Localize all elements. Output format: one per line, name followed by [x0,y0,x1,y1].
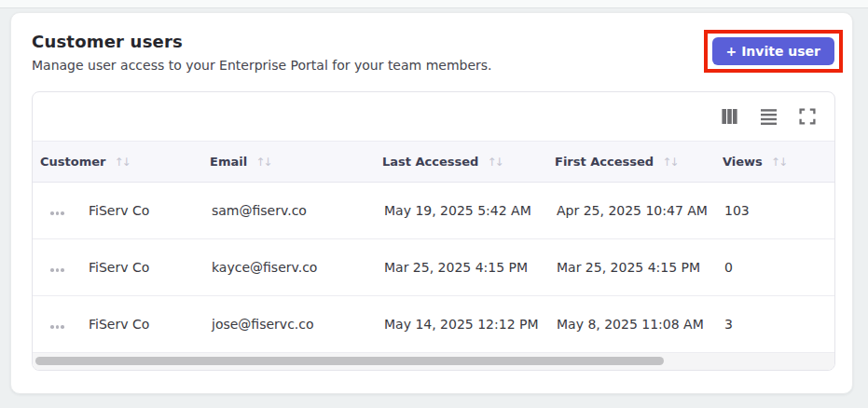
page-subtitle: Manage user access to your Enterprise Po… [32,58,492,73]
cell-customer: FiServ Co [33,317,202,332]
cell-last-accessed: May 19, 2025 5:42 AM [375,203,547,218]
column-label: Views [723,155,763,169]
fullscreen-icon [799,108,816,125]
column-label: Last Accessed [382,155,478,169]
cell-email: kayce@fiserv.co [202,260,375,275]
sort-icon[interactable]: ↑↓ [771,156,786,169]
invite-user-button[interactable]: + Invite user [712,37,834,65]
users-table-panel: Customer ↑↓ Email ↑↓ Last Accessed ↑↓ Fi… [32,91,835,371]
columns-icon [720,107,739,126]
column-header-first-accessed[interactable]: First Accessed ↑↓ [547,155,715,169]
invite-user-highlight: + Invite user [704,30,843,73]
top-bar [0,0,868,8]
row-menu-button[interactable] [45,261,70,275]
column-header-last-accessed[interactable]: Last Accessed ↑↓ [375,155,547,169]
column-header-email[interactable]: Email ↑↓ [202,155,375,169]
cell-first-accessed: May 8, 2025 11:08 AM [547,317,715,332]
cell-last-accessed: Mar 25, 2025 4:15 PM [375,260,547,275]
cell-email: sam@fiserv.co [202,203,375,218]
fullscreen-button[interactable] [797,106,818,127]
column-header-customer[interactable]: Customer ↑↓ [33,155,202,169]
customer-name: FiServ Co [89,260,149,275]
table-toolbar [33,92,834,141]
row-menu-button[interactable] [45,204,70,218]
cell-views: 3 [715,317,834,332]
cell-views: 103 [715,203,834,218]
cell-last-accessed: May 14, 2025 12:12 PM [375,317,547,332]
card-header-text: Customer users Manage user access to you… [32,32,492,73]
customer-name: FiServ Co [89,203,149,218]
sort-icon[interactable]: ↑↓ [114,156,129,169]
column-label: First Accessed [555,155,654,169]
column-label: Email [210,155,247,169]
table-row: FiServ Co sam@fiserv.co May 19, 2025 5:4… [33,183,834,239]
cell-customer: FiServ Co [33,260,202,275]
customer-users-card: Customer users Manage user access to you… [10,12,853,394]
sort-icon[interactable]: ↑↓ [662,156,677,169]
ellipsis-icon [50,211,64,215]
horizontal-scrollbar[interactable] [33,353,834,370]
scrollbar-thumb[interactable] [35,357,664,365]
table-row: FiServ Co jose@fiservc.co May 14, 2025 1… [33,296,834,353]
table-header-row: Customer ↑↓ Email ↑↓ Last Accessed ↑↓ Fi… [33,141,834,183]
customer-name: FiServ Co [89,317,149,332]
cell-email: jose@fiservc.co [202,317,375,332]
sort-icon[interactable]: ↑↓ [487,156,502,169]
ellipsis-icon [50,325,64,329]
columns-view-button[interactable] [719,106,739,127]
cell-customer: FiServ Co [33,203,202,218]
row-menu-button[interactable] [45,318,70,332]
cell-first-accessed: Mar 25, 2025 4:15 PM [547,260,715,275]
card-header: Customer users Manage user access to you… [32,32,835,73]
density-list-button[interactable] [758,106,778,127]
cell-first-accessed: Apr 25, 2025 10:47 AM [547,203,715,218]
column-label: Customer [40,155,105,169]
list-lines-icon [760,107,778,126]
column-header-views[interactable]: Views ↑↓ [715,155,834,169]
sort-icon[interactable]: ↑↓ [255,156,270,169]
ellipsis-icon [50,268,64,272]
page-title: Customer users [32,32,492,51]
cell-views: 0 [715,260,834,275]
table-row: FiServ Co kayce@fiserv.co Mar 25, 2025 4… [33,239,834,296]
